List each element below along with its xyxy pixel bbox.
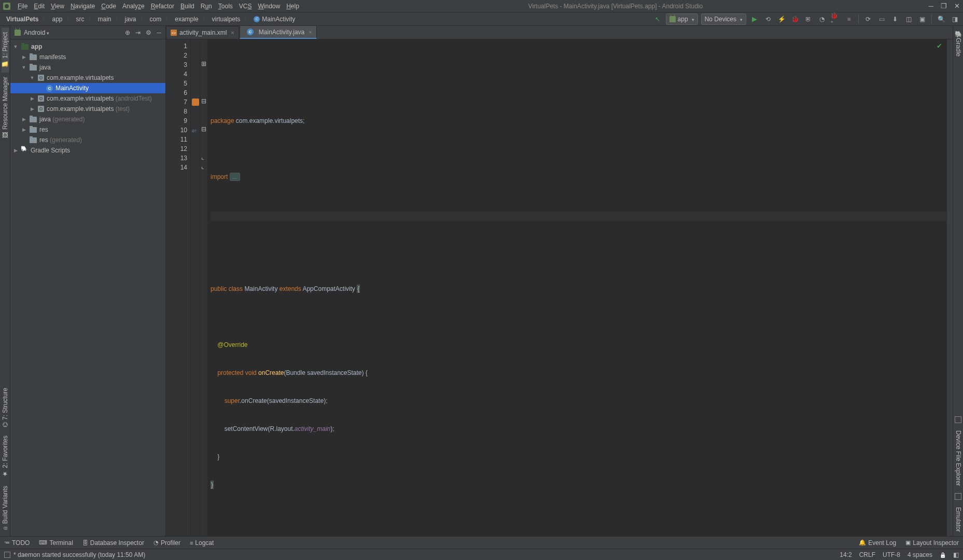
- usage-marker-icon[interactable]: [192, 99, 199, 106]
- code-editor[interactable]: ✔ package com.example.virtualpets; impor…: [207, 39, 946, 536]
- menu-vcs[interactable]: VCS: [236, 3, 255, 10]
- tree-node-mainactivity[interactable]: CMainActivity: [10, 83, 165, 93]
- menu-analyze[interactable]: Analyze: [119, 3, 148, 10]
- tool-resource-manager[interactable]: 🖼Resource Manager: [2, 73, 9, 143]
- file-encoding[interactable]: UTF-8: [883, 551, 900, 558]
- tool-structure[interactable]: ⌬7: Structure: [2, 384, 9, 431]
- layout-inspector-icon[interactable]: ▣: [917, 14, 927, 24]
- crumb-com[interactable]: com: [147, 16, 165, 23]
- error-stripe[interactable]: [946, 39, 953, 536]
- settings-icon[interactable]: ⚙: [146, 29, 151, 36]
- crumb-example[interactable]: example: [172, 16, 201, 23]
- icon-gutter[interactable]: [191, 39, 200, 536]
- window-maximize[interactable]: ❐: [941, 2, 947, 10]
- apply-changes-icon[interactable]: ⟲: [763, 14, 773, 24]
- memory-indicator-icon[interactable]: ◧: [953, 551, 959, 558]
- ide-settings-icon[interactable]: ◨: [950, 14, 960, 24]
- tab-activity-main-xml[interactable]: <>activity_main.xml×: [166, 26, 239, 39]
- fold-handle[interactable]: ⊟: [201, 125, 206, 133]
- apply-code-icon[interactable]: ⚡: [776, 14, 787, 24]
- tool-logcat[interactable]: ≡Logcat: [190, 539, 214, 547]
- tree-node-java-gen[interactable]: java (generated): [10, 114, 165, 124]
- fold-handle[interactable]: ⊞: [201, 60, 206, 67]
- resource-manager-icon[interactable]: ◫: [903, 14, 914, 24]
- tool-profiler[interactable]: ◔Profiler: [153, 539, 180, 547]
- menu-run[interactable]: Run: [198, 3, 215, 10]
- close-tab-icon[interactable]: ×: [309, 29, 312, 35]
- tree-node-pkg-androidtest[interactable]: com.example.virtualpets (androidTest): [10, 93, 165, 104]
- stop-icon[interactable]: ■: [844, 14, 854, 24]
- menu-edit[interactable]: Edit: [31, 3, 48, 10]
- crumb-java[interactable]: java: [122, 16, 139, 23]
- crumb-class[interactable]: CMainActivity: [250, 16, 298, 23]
- tree-node-java[interactable]: java: [10, 62, 165, 73]
- override-marker-icon[interactable]: [192, 127, 199, 134]
- menu-file[interactable]: File: [15, 3, 31, 10]
- tool-emulator[interactable]: Emulator: [955, 503, 962, 536]
- project-view-selector[interactable]: Android: [24, 29, 49, 36]
- search-everywhere-icon[interactable]: 🔍: [936, 14, 946, 24]
- hide-panel-icon[interactable]: ─: [157, 29, 161, 36]
- window-close[interactable]: ✕: [954, 2, 960, 10]
- tree-node-app[interactable]: app: [10, 41, 165, 52]
- tree-node-manifests[interactable]: manifests: [10, 52, 165, 62]
- tool-favorites[interactable]: ★2: Favorites: [2, 431, 9, 482]
- tool-terminal[interactable]: ⌨Terminal: [39, 539, 73, 547]
- fold-handle[interactable]: ⌞: [201, 163, 204, 170]
- crumb-src[interactable]: src: [73, 16, 88, 23]
- tool-project[interactable]: 📁1: Project: [2, 28, 9, 73]
- tool-event-log[interactable]: 🔔Event Log: [859, 539, 896, 547]
- menu-refactor[interactable]: Refactor: [148, 3, 177, 10]
- tree-node-res-gen[interactable]: res (generated): [10, 135, 165, 145]
- tree-node-pkg-main[interactable]: com.example.virtualpets: [10, 73, 165, 83]
- run-config-selector[interactable]: app: [666, 13, 698, 25]
- attach-debugger-icon[interactable]: 🐞⁺: [830, 14, 841, 24]
- project-tree[interactable]: app manifests java com.example.virtualpe…: [10, 39, 165, 536]
- tool-toggle-2[interactable]: [955, 493, 961, 500]
- menu-code[interactable]: Code: [98, 3, 119, 10]
- readonly-lock-icon[interactable]: [940, 551, 946, 558]
- run-button[interactable]: ▶: [749, 14, 760, 24]
- crumb-project[interactable]: VirtualPets: [3, 16, 41, 23]
- avd-manager-icon[interactable]: ▭: [876, 14, 887, 24]
- menu-tools[interactable]: Tools: [215, 3, 236, 10]
- fold-handle[interactable]: ⊟: [201, 97, 206, 105]
- menu-navigate[interactable]: Navigate: [67, 3, 98, 10]
- device-selector[interactable]: No Devices: [701, 13, 746, 25]
- tool-toggle-1[interactable]: [955, 416, 961, 423]
- coverage-icon[interactable]: ⛨: [803, 14, 814, 24]
- tool-database-inspector[interactable]: 🗄Database Inspector: [82, 539, 144, 547]
- sync-gradle-icon[interactable]: ⟳: [863, 14, 873, 24]
- menu-help[interactable]: Help: [283, 3, 302, 10]
- menu-window[interactable]: Window: [255, 3, 283, 10]
- tab-mainactivity-java[interactable]: CMainActivity.java×: [240, 26, 317, 39]
- menu-build[interactable]: Build: [177, 3, 198, 10]
- tree-node-gradle-scripts[interactable]: Gradle Scripts: [10, 145, 165, 156]
- caret-position[interactable]: 14:2: [840, 551, 852, 558]
- crumb-main[interactable]: main: [95, 16, 115, 23]
- window-minimize[interactable]: ─: [929, 2, 933, 10]
- fold-gutter[interactable]: ⊞ ⊟ ⊟ ⌞ ⌞: [200, 39, 207, 536]
- indent-settings[interactable]: 4 spaces: [908, 551, 932, 558]
- collapse-all-icon[interactable]: ⇥: [135, 29, 141, 36]
- inspection-ok-icon[interactable]: ✔: [937, 41, 942, 51]
- line-separator[interactable]: CRLF: [859, 551, 875, 558]
- fold-handle[interactable]: ⌞: [201, 153, 204, 161]
- close-tab-icon[interactable]: ×: [231, 30, 234, 36]
- tool-layout-inspector[interactable]: ▣Layout Inspector: [905, 539, 959, 547]
- tree-node-res[interactable]: res: [10, 124, 165, 135]
- tool-device-file-explorer[interactable]: Device File Explorer: [955, 426, 962, 490]
- tree-node-pkg-test[interactable]: com.example.virtualpets (test): [10, 104, 165, 114]
- menu-view[interactable]: View: [48, 3, 67, 10]
- debug-icon[interactable]: 🐞: [790, 14, 800, 24]
- select-opened-file-icon[interactable]: ⊕: [125, 29, 130, 36]
- back-icon[interactable]: ↖: [652, 14, 663, 24]
- sdk-manager-icon[interactable]: ⬇: [890, 14, 900, 24]
- tool-todo[interactable]: ≔TODO: [4, 539, 30, 547]
- tool-gradle[interactable]: 🐘Gradle: [955, 26, 962, 61]
- crumb-pkg[interactable]: virtualpets: [209, 16, 244, 23]
- crumb-app[interactable]: app: [49, 16, 65, 23]
- tool-window-quick-access[interactable]: [4, 552, 10, 558]
- line-number-gutter[interactable]: 1234567891011121314: [166, 39, 191, 536]
- tool-build-variants[interactable]: ⎄Build Variants: [2, 482, 9, 536]
